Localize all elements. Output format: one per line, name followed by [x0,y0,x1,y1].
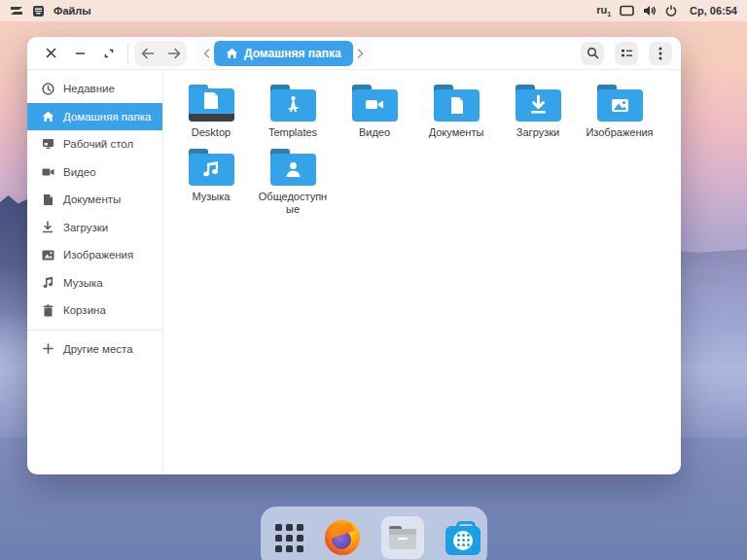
file-item-music[interactable]: Музыка [170,142,252,216]
menu-dots-icon [658,47,662,60]
file-item-desktop[interactable]: Desktop [170,78,252,139]
downloads-folder-icon [516,84,561,122]
desktop-folder-icon [189,84,234,122]
music-note-icon [41,276,54,289]
restore-button[interactable] [94,41,124,66]
templates-folder-icon [270,84,316,122]
files-window: Домашняя папка Недавние [27,37,681,474]
forward-button[interactable] [160,41,187,66]
back-button[interactable] [134,41,160,66]
navigation-group [134,41,187,66]
dock [261,507,487,560]
breadcrumb-current-button[interactable]: Домашняя папка [214,41,353,66]
close-button[interactable] [36,41,65,66]
breadcrumb: Домашняя папка [196,40,371,67]
headerbar: Домашняя папка [27,37,681,70]
search-button[interactable] [581,42,604,65]
focused-app-title[interactable]: Файлы [53,5,91,17]
firefox-icon [325,520,360,555]
file-item-documents[interactable]: Документы [415,78,497,139]
dock-app-grid-button[interactable] [275,524,303,552]
file-item-public[interactable]: Общедоступные [252,142,334,216]
document-icon [41,193,54,206]
sidebar-item-videos[interactable]: Видео [27,158,162,187]
sidebar: Недавние Домашняя папка Рабочий стол Вид… [27,70,163,474]
files-folder-icon [388,525,417,550]
dock-firefox-button[interactable] [325,520,360,555]
file-item-pictures[interactable]: Изображения [579,78,660,139]
videos-folder-icon [352,84,398,122]
file-item-downloads[interactable]: Загрузки [497,78,579,139]
file-item-videos[interactable]: Видео [334,78,415,139]
activities-zorin-icon[interactable] [10,5,23,17]
sidebar-item-music[interactable]: Музыка [27,269,162,298]
sidebar-item-other-locations[interactable]: Другие места [27,335,162,364]
trash-icon [41,304,54,317]
video-camera-icon [41,167,54,177]
menu-button[interactable] [649,42,672,65]
software-icon [445,526,480,555]
sidebar-item-pictures[interactable]: Изображения [27,241,162,269]
file-item-templates[interactable]: Templates [252,78,334,139]
breadcrumb-next-icon[interactable] [353,41,369,66]
documents-folder-icon [434,84,480,122]
sidebar-item-recent[interactable]: Недавние [27,75,162,103]
files-tile [381,516,424,559]
view-toggle-button[interactable] [615,42,638,65]
files-app-icon[interactable] [32,5,45,18]
home-icon [41,111,54,122]
sidebar-item-documents[interactable]: Документы [27,186,162,214]
download-icon [41,221,54,233]
power-icon[interactable] [665,5,677,17]
public-folder-icon [270,148,316,186]
minimize-button[interactable] [65,41,94,66]
picture-icon [41,250,54,261]
pictures-folder-icon [597,84,643,122]
volume-icon[interactable] [643,5,657,17]
sidebar-item-home[interactable]: Домашняя папка [27,103,162,131]
clock[interactable]: Ср, 06:54 [690,5,737,17]
dock-software-button[interactable] [445,521,480,555]
sidebar-item-trash[interactable]: Корзина [27,297,162,325]
sidebar-item-downloads[interactable]: Загрузки [27,214,162,242]
breadcrumb-prev-icon[interactable] [198,41,214,66]
file-view[interactable]: Desktop Templates Ви [163,70,681,474]
dock-files-button[interactable] [381,516,424,559]
sidebar-item-desktop[interactable]: Рабочий стол [27,130,162,158]
plus-icon [41,343,54,354]
headerbar-separator [127,43,128,64]
top-panel: Файлы ru1 Ср, 06:54 [0,0,747,21]
app-grid-icon [275,524,303,552]
search-icon [587,47,599,59]
recent-icon [41,83,54,95]
breadcrumb-current-label: Домашняя папка [244,47,341,60]
music-folder-icon [189,148,234,186]
sidebar-divider [27,330,162,331]
list-view-icon [621,48,633,58]
screen-icon[interactable] [620,5,634,17]
desktop-icon [41,138,54,150]
keyboard-layout-indicator[interactable]: ru1 [596,4,611,18]
home-icon [226,48,238,59]
